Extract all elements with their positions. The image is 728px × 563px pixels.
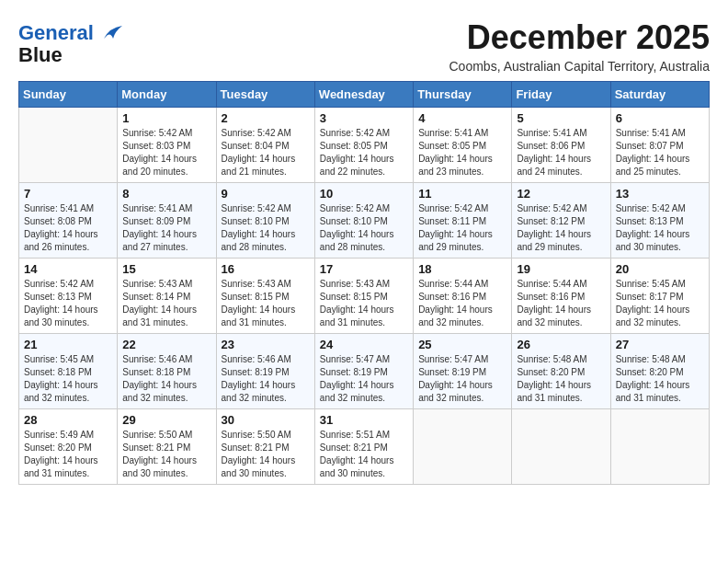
day-number: 8: [122, 187, 210, 201]
cell-info: Sunrise: 5:41 AM Sunset: 8:05 PM Dayligh…: [418, 127, 506, 178]
cell-info: Sunrise: 5:41 AM Sunset: 8:09 PM Dayligh…: [122, 202, 210, 254]
cell-info: Sunrise: 5:41 AM Sunset: 8:08 PM Dayligh…: [24, 202, 112, 254]
day-number: 24: [320, 338, 408, 351]
calendar-cell: 2Sunrise: 5:42 AM Sunset: 8:04 PM Daylig…: [216, 108, 314, 183]
day-number: 1: [122, 111, 210, 125]
cell-info: Sunrise: 5:42 AM Sunset: 8:13 PM Dayligh…: [24, 278, 112, 329]
cell-info: Sunrise: 5:42 AM Sunset: 8:05 PM Dayligh…: [320, 127, 408, 178]
calendar-week-row: 28Sunrise: 5:49 AM Sunset: 8:20 PM Dayli…: [19, 409, 710, 485]
cell-info: Sunrise: 5:48 AM Sunset: 8:20 PM Dayligh…: [517, 353, 605, 405]
month-title: December 2025: [449, 18, 711, 57]
cell-info: Sunrise: 5:45 AM Sunset: 8:17 PM Dayligh…: [616, 278, 704, 329]
calendar-cell: 18Sunrise: 5:44 AM Sunset: 8:16 PM Dayli…: [414, 259, 512, 334]
day-number: 11: [418, 187, 506, 201]
calendar-cell: 28Sunrise: 5:49 AM Sunset: 8:20 PM Dayli…: [19, 409, 118, 485]
calendar-cell: [19, 108, 118, 183]
day-number: 16: [222, 262, 310, 276]
calendar-cell: 15Sunrise: 5:43 AM Sunset: 8:14 PM Dayli…: [118, 259, 216, 334]
calendar-cell: 1Sunrise: 5:42 AM Sunset: 8:03 PM Daylig…: [118, 108, 216, 183]
calendar-cell: 25Sunrise: 5:47 AM Sunset: 8:19 PM Dayli…: [414, 334, 512, 409]
calendar-cell: 29Sunrise: 5:50 AM Sunset: 8:21 PM Dayli…: [118, 409, 216, 485]
cell-info: Sunrise: 5:48 AM Sunset: 8:20 PM Dayligh…: [616, 353, 704, 405]
day-number: 26: [517, 338, 605, 351]
cell-info: Sunrise: 5:42 AM Sunset: 8:10 PM Dayligh…: [320, 202, 408, 254]
cell-info: Sunrise: 5:43 AM Sunset: 8:15 PM Dayligh…: [320, 278, 408, 329]
calendar-cell: 14Sunrise: 5:42 AM Sunset: 8:13 PM Dayli…: [19, 259, 118, 334]
cell-info: Sunrise: 5:42 AM Sunset: 8:11 PM Dayligh…: [418, 202, 506, 254]
day-number: 20: [616, 262, 704, 276]
day-number: 12: [517, 187, 605, 201]
cell-info: Sunrise: 5:42 AM Sunset: 8:03 PM Dayligh…: [122, 127, 210, 178]
calendar-cell: [414, 409, 512, 485]
calendar-cell: 24Sunrise: 5:47 AM Sunset: 8:19 PM Dayli…: [314, 334, 413, 409]
cell-info: Sunrise: 5:41 AM Sunset: 8:06 PM Dayligh…: [517, 127, 605, 178]
cell-info: Sunrise: 5:46 AM Sunset: 8:18 PM Dayligh…: [122, 353, 210, 405]
cell-info: Sunrise: 5:43 AM Sunset: 8:14 PM Dayligh…: [122, 278, 210, 329]
calendar-cell: 3Sunrise: 5:42 AM Sunset: 8:05 PM Daylig…: [314, 108, 413, 183]
day-number: 25: [418, 338, 506, 351]
day-number: 17: [320, 262, 408, 276]
day-number: 5: [517, 111, 605, 125]
day-number: 7: [24, 187, 112, 201]
cell-info: Sunrise: 5:49 AM Sunset: 8:20 PM Dayligh…: [24, 429, 112, 480]
day-number: 2: [222, 111, 310, 125]
day-number: 10: [320, 187, 408, 201]
cell-info: Sunrise: 5:42 AM Sunset: 8:13 PM Dayligh…: [616, 202, 704, 254]
weekday-header-saturday: Saturday: [610, 82, 709, 108]
cell-info: Sunrise: 5:44 AM Sunset: 8:16 PM Dayligh…: [517, 278, 605, 329]
calendar-cell: [512, 409, 610, 485]
cell-info: Sunrise: 5:50 AM Sunset: 8:21 PM Dayligh…: [122, 429, 210, 480]
day-number: 14: [24, 262, 112, 276]
cell-info: Sunrise: 5:47 AM Sunset: 8:19 PM Dayligh…: [418, 353, 506, 405]
location-subtitle: Coombs, Australian Capital Territory, Au…: [449, 59, 711, 74]
calendar-cell: 26Sunrise: 5:48 AM Sunset: 8:20 PM Dayli…: [512, 334, 610, 409]
cell-info: Sunrise: 5:51 AM Sunset: 8:21 PM Dayligh…: [320, 429, 408, 480]
cell-info: Sunrise: 5:50 AM Sunset: 8:21 PM Dayligh…: [222, 429, 310, 480]
calendar-table: SundayMondayTuesdayWednesdayThursdayFrid…: [18, 81, 710, 485]
calendar-header-row: SundayMondayTuesdayWednesdayThursdayFrid…: [19, 82, 710, 108]
cell-info: Sunrise: 5:42 AM Sunset: 8:04 PM Dayligh…: [222, 127, 310, 178]
calendar-cell: 27Sunrise: 5:48 AM Sunset: 8:20 PM Dayli…: [610, 334, 709, 409]
cell-info: Sunrise: 5:45 AM Sunset: 8:18 PM Dayligh…: [24, 353, 112, 405]
day-number: 31: [320, 413, 408, 427]
day-number: 28: [24, 413, 112, 427]
calendar-cell: 9Sunrise: 5:42 AM Sunset: 8:10 PM Daylig…: [216, 183, 314, 259]
calendar-cell: 19Sunrise: 5:44 AM Sunset: 8:16 PM Dayli…: [512, 259, 610, 334]
weekday-header-friday: Friday: [512, 82, 610, 108]
weekday-header-wednesday: Wednesday: [314, 82, 413, 108]
calendar-week-row: 7Sunrise: 5:41 AM Sunset: 8:08 PM Daylig…: [19, 183, 710, 259]
calendar-cell: 8Sunrise: 5:41 AM Sunset: 8:09 PM Daylig…: [118, 183, 216, 259]
day-number: 27: [616, 338, 704, 351]
day-number: 23: [222, 338, 310, 351]
calendar-cell: 17Sunrise: 5:43 AM Sunset: 8:15 PM Dayli…: [314, 259, 413, 334]
logo: General Blue: [18, 22, 122, 66]
calendar-cell: 4Sunrise: 5:41 AM Sunset: 8:05 PM Daylig…: [414, 108, 512, 183]
weekday-header-thursday: Thursday: [414, 82, 512, 108]
calendar-cell: 13Sunrise: 5:42 AM Sunset: 8:13 PM Dayli…: [610, 183, 709, 259]
day-number: 13: [616, 187, 704, 201]
day-number: 4: [418, 111, 506, 125]
title-block: December 2025 Coombs, Australian Capital…: [449, 18, 711, 74]
cell-info: Sunrise: 5:41 AM Sunset: 8:07 PM Dayligh…: [616, 127, 704, 178]
day-number: 19: [517, 262, 605, 276]
calendar-cell: 12Sunrise: 5:42 AM Sunset: 8:12 PM Dayli…: [512, 183, 610, 259]
cell-info: Sunrise: 5:47 AM Sunset: 8:19 PM Dayligh…: [320, 353, 408, 405]
day-number: 30: [222, 413, 310, 427]
day-number: 21: [24, 338, 112, 351]
logo-subtext: Blue: [18, 44, 122, 66]
calendar-week-row: 21Sunrise: 5:45 AM Sunset: 8:18 PM Dayli…: [19, 334, 710, 409]
calendar-week-row: 1Sunrise: 5:42 AM Sunset: 8:03 PM Daylig…: [19, 108, 710, 183]
day-number: 6: [616, 111, 704, 125]
cell-info: Sunrise: 5:46 AM Sunset: 8:19 PM Dayligh…: [222, 353, 310, 405]
calendar-cell: 6Sunrise: 5:41 AM Sunset: 8:07 PM Daylig…: [610, 108, 709, 183]
weekday-header-monday: Monday: [118, 82, 216, 108]
calendar-cell: 31Sunrise: 5:51 AM Sunset: 8:21 PM Dayli…: [314, 409, 413, 485]
cell-info: Sunrise: 5:42 AM Sunset: 8:10 PM Dayligh…: [222, 202, 310, 254]
calendar-cell: 5Sunrise: 5:41 AM Sunset: 8:06 PM Daylig…: [512, 108, 610, 183]
calendar-cell: 7Sunrise: 5:41 AM Sunset: 8:08 PM Daylig…: [19, 183, 118, 259]
cell-info: Sunrise: 5:42 AM Sunset: 8:12 PM Dayligh…: [517, 202, 605, 254]
calendar-cell: 16Sunrise: 5:43 AM Sunset: 8:15 PM Dayli…: [216, 259, 314, 334]
calendar-cell: 21Sunrise: 5:45 AM Sunset: 8:18 PM Dayli…: [19, 334, 118, 409]
day-number: 9: [222, 187, 310, 201]
day-number: 3: [320, 111, 408, 125]
